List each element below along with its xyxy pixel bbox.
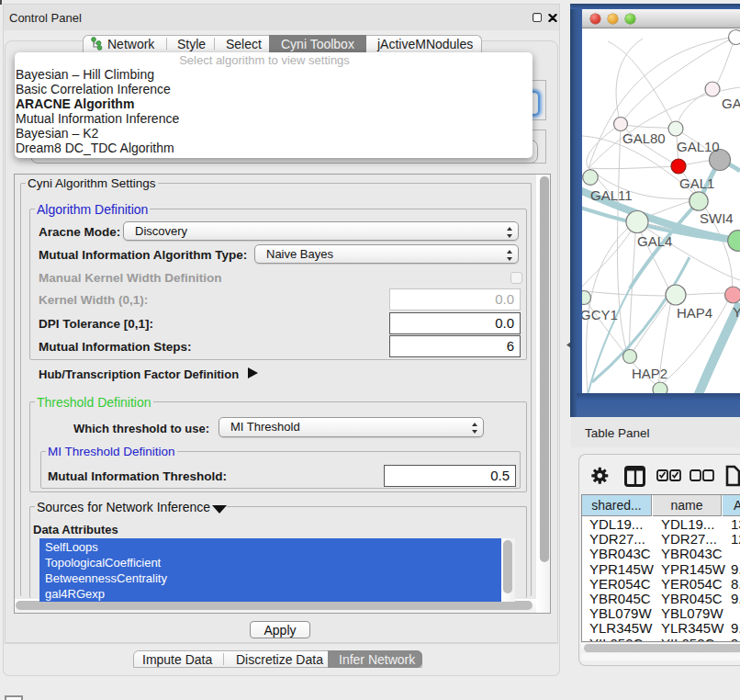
- svg-text:GCY1: GCY1: [582, 307, 618, 322]
- svg-text:GAL4: GAL4: [637, 233, 672, 249]
- svg-text:HAP2: HAP2: [632, 366, 667, 381]
- svg-text:Y: Y: [733, 304, 740, 320]
- svg-text:GAL80: GAL80: [622, 130, 666, 146]
- svg-text:GAL11: GAL11: [590, 187, 633, 203]
- svg-text:SWI4: SWI4: [700, 210, 734, 226]
- svg-text:GAL8: GAL8: [722, 96, 740, 111]
- svg-text:GAL1: GAL1: [679, 175, 714, 191]
- svg-text:GAL10: GAL10: [677, 139, 720, 154]
- svg-text:HAP4: HAP4: [677, 305, 712, 321]
